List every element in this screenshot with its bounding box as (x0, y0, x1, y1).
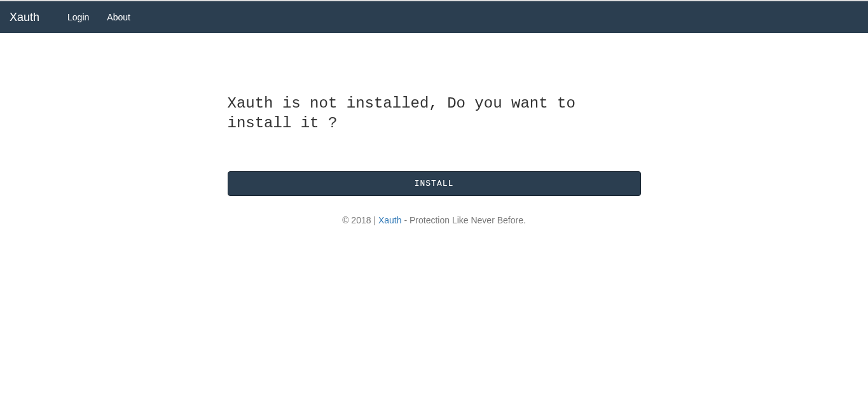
footer: © 2018 | Xauth - Protection Like Never B… (228, 215, 641, 225)
nav-about[interactable]: About (98, 12, 139, 22)
brand-link[interactable]: Xauth (10, 11, 49, 24)
install-button[interactable]: INSTALL (228, 171, 641, 196)
footer-brand-link[interactable]: Xauth (378, 215, 402, 225)
install-message: Xauth is not installed, Do you want to i… (228, 94, 641, 133)
footer-tagline: - Protection Like Never Before. (402, 215, 526, 225)
navbar: Xauth Login About (0, 1, 868, 33)
footer-copyright: © 2018 | (342, 215, 378, 225)
nav-login[interactable]: Login (59, 12, 98, 22)
main-container: Xauth is not installed, Do you want to i… (218, 94, 651, 225)
